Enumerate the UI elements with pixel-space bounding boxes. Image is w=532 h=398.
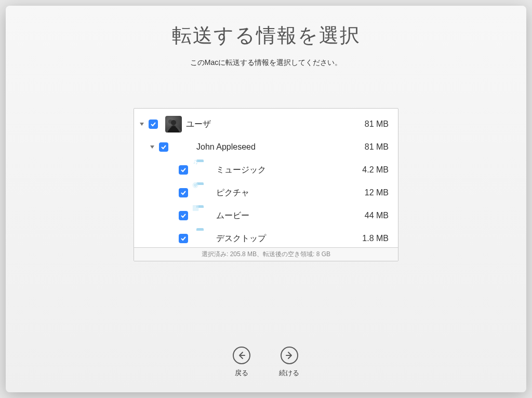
row-size: 81 MB bbox=[352, 120, 394, 129]
disclosure-triangle-icon[interactable] bbox=[149, 144, 156, 150]
continue-button[interactable]: 続ける bbox=[279, 347, 299, 378]
status-bar: 選択済み: 205.8 MB、転送後の空き領域: 8 GB bbox=[134, 247, 398, 261]
row-size: 81 MB bbox=[352, 142, 394, 152]
checkbox[interactable] bbox=[179, 234, 188, 243]
row-label: ピクチャ bbox=[216, 188, 352, 198]
arrow-right-icon bbox=[281, 347, 298, 364]
page-subtitle: このMacに転送する情報を選択してください。 bbox=[190, 58, 342, 68]
checkbox[interactable] bbox=[179, 188, 188, 197]
tree-row-users[interactable]: ユーザ 81 MB bbox=[138, 113, 394, 136]
back-label: 戻る bbox=[235, 368, 248, 378]
pictures-folder-icon: ◉ bbox=[195, 184, 212, 201]
back-button[interactable]: 戻る bbox=[233, 347, 250, 378]
row-label: ムービー bbox=[216, 210, 352, 221]
tree-row-pictures[interactable]: ◉ ピクチャ 12 MB bbox=[138, 181, 394, 204]
checkbox[interactable] bbox=[179, 165, 188, 175]
tree-list[interactable]: ユーザ 81 MB John Appleseed 81 MB bbox=[134, 109, 398, 247]
tree-row-user[interactable]: John Appleseed 81 MB bbox=[138, 136, 394, 158]
music-folder-icon: ♫ bbox=[195, 162, 212, 178]
row-size: 44 MB bbox=[352, 211, 394, 220]
row-label: デスクトップ bbox=[216, 233, 352, 244]
row-label: John Appleseed bbox=[196, 142, 352, 152]
desktop-folder-icon bbox=[195, 230, 212, 247]
tree-row-movies[interactable]: ▦ ムービー 44 MB bbox=[138, 204, 394, 227]
users-silhouette-icon bbox=[165, 116, 182, 132]
page-title: 転送する情報を選択 bbox=[172, 22, 361, 49]
arrow-left-icon bbox=[233, 347, 250, 364]
svg-point-3 bbox=[171, 120, 176, 125]
movies-folder-icon: ▦ bbox=[195, 207, 212, 224]
selection-panel: ユーザ 81 MB John Appleseed 81 MB bbox=[134, 108, 398, 261]
row-size: 1.8 MB bbox=[352, 234, 394, 243]
row-label: ユーザ bbox=[186, 119, 352, 130]
row-size: 4.2 MB bbox=[352, 165, 394, 175]
checkbox[interactable] bbox=[149, 120, 158, 129]
checkbox[interactable] bbox=[179, 211, 188, 220]
footer-nav: 戻る 続ける bbox=[233, 347, 299, 378]
svg-marker-0 bbox=[140, 123, 144, 126]
earth-avatar-icon bbox=[176, 139, 192, 155]
tree-row-desktop[interactable]: デスクトップ 1.8 MB bbox=[138, 227, 394, 247]
checkbox[interactable] bbox=[159, 142, 168, 152]
svg-marker-4 bbox=[150, 145, 154, 149]
tree-row-music[interactable]: ♫ ミュージック 4.2 MB bbox=[138, 158, 394, 181]
row-label: ミュージック bbox=[216, 165, 352, 176]
migration-window: 転送する情報を選択 このMacに転送する情報を選択してください。 bbox=[6, 6, 526, 392]
continue-label: 続ける bbox=[279, 368, 299, 378]
row-size: 12 MB bbox=[352, 188, 394, 197]
disclosure-triangle-icon[interactable] bbox=[138, 122, 145, 127]
